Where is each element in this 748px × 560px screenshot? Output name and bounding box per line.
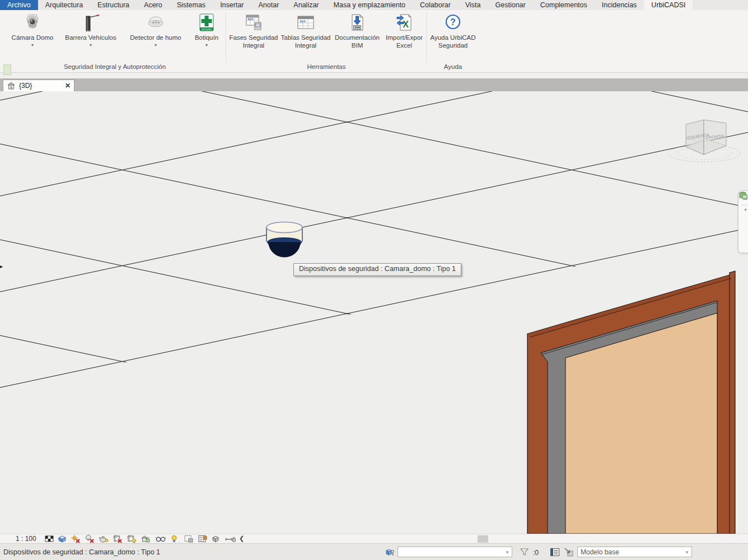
tab-estructura[interactable]: Estructura — [90, 0, 137, 10]
active-workset-input[interactable] — [401, 547, 502, 557]
view-tab-label: {3D} — [19, 82, 62, 90]
group-label-seguridad: Seguridad Integral y Autoprotección — [64, 63, 166, 70]
horizontal-scrollbar-thumb[interactable] — [478, 535, 488, 543]
sun-path-icon[interactable] — [71, 534, 81, 543]
ribbon-button-import-export-excel[interactable]: X Import/Expor Excel — [383, 12, 426, 60]
displacement-sets-icon[interactable] — [211, 534, 221, 543]
tab-acero[interactable]: Acero — [137, 0, 170, 10]
ribbon-panel: Cámara Domo ▼ Barrera Vehículos ▼ — [0, 10, 748, 63]
close-view-icon[interactable]: ✕ — [65, 82, 71, 90]
ribbon-button-label: Ayuda UrbiCAD — [431, 34, 476, 41]
visual-style-icon[interactable] — [58, 534, 68, 543]
navigation-panel[interactable]: ▼ ▼ — [738, 190, 748, 253]
model-canvas[interactable]: IZQUIERDA FRONTAL Dispositivos de seguri… — [0, 91, 748, 534]
rendering-dialog-icon[interactable] — [99, 534, 109, 543]
analytical-model-icon[interactable] — [198, 534, 208, 543]
dropdown-caret-icon[interactable]: ▼ — [128, 43, 184, 48]
tab-insertar[interactable]: Insertar — [213, 0, 251, 10]
show-crop-region-icon[interactable] — [127, 534, 137, 543]
crop-view-icon[interactable] — [113, 534, 123, 543]
design-option-pick-icon[interactable] — [564, 547, 574, 557]
door-element[interactable] — [527, 271, 735, 534]
3d-view: IZQUIERDA FRONTAL — [0, 91, 748, 534]
reveal-hidden-elements-icon[interactable] — [170, 534, 180, 543]
detail-level-icon[interactable] — [45, 534, 55, 543]
ribbon-button-botiquin[interactable]: BOTIQUÍN Botiquín ▼ — [190, 12, 223, 60]
design-option-value[interactable] — [581, 547, 681, 557]
group-label-ayuda: Ayuda — [444, 63, 462, 70]
ribbon-button-tablas-seguridad[interactable]: SyS Tablas Seguridad Integral — [280, 12, 331, 60]
svg-text:BIM: BIM — [354, 26, 361, 29]
application-window: Archivo Arquitectura Estructura Acero Si… — [0, 0, 748, 560]
tab-complementos[interactable]: Complementos — [533, 0, 595, 10]
ribbon-button-label: Cámara Domo — [12, 34, 54, 41]
ribbon-button-label2: Integral — [295, 42, 316, 49]
temporary-hide-isolate-icon[interactable] — [155, 534, 165, 543]
ribbon-button-documentacion-bim[interactable]: BIM Documentación BIM — [333, 12, 382, 60]
ribbon-group-separator — [226, 12, 227, 69]
dropdown-caret-icon[interactable]: ▼ — [190, 43, 223, 48]
svg-text:BOTIQUÍN: BOTIQUÍN — [202, 29, 212, 31]
bim-document-icon: BIM — [348, 13, 367, 32]
ribbon-button-label: Botiquín — [195, 34, 218, 41]
ribbon-button-label2: Seguridad — [438, 42, 468, 49]
ribbon-button-label: Fases Seguridad — [230, 34, 278, 41]
svg-text:X: X — [403, 20, 409, 29]
svg-text:SyS: SyS — [300, 19, 306, 24]
svg-text:?: ? — [450, 17, 456, 27]
ribbon-button-label: Detector de humo — [130, 34, 181, 41]
ribbon-button-label: Barrera Vehículos — [65, 34, 116, 41]
tab-analizar[interactable]: Analizar — [286, 0, 326, 10]
reveal-constraints-icon[interactable] — [225, 534, 235, 543]
chevron-down-icon[interactable]: ▼ — [744, 208, 747, 212]
ribbon-button-label2: BIM — [352, 42, 363, 49]
worksets-icon[interactable] — [385, 547, 395, 557]
dome-camera-icon — [22, 13, 43, 32]
editable-only-icon[interactable] — [550, 547, 560, 557]
tab-gestionar[interactable]: Gestionar — [488, 0, 533, 10]
shadows-icon[interactable] — [85, 534, 95, 543]
tab-sistemas[interactable]: Sistemas — [170, 0, 213, 10]
ribbon-button-label: Import/Expor — [386, 34, 423, 41]
ribbon-group-label-row: Seguridad Integral y Autoprotección Herr… — [0, 63, 748, 73]
sys-phases-icon: SyS — [244, 13, 264, 32]
filter-icon[interactable] — [520, 547, 530, 557]
ribbon-button-detector-de-humo[interactable]: Detector de humo ▼ — [128, 12, 184, 60]
svg-text:SyS: SyS — [247, 17, 254, 21]
tab-vista[interactable]: Vista — [458, 0, 488, 10]
dome-camera-element[interactable] — [267, 222, 302, 258]
tab-anotar[interactable]: Anotar — [251, 0, 287, 10]
viewcube[interactable]: IZQUIERDA FRONTAL — [668, 120, 740, 162]
status-message: Dispositivos de seguridad : Camara_domo … — [3, 548, 160, 556]
ribbon-button-label: Documentación — [335, 34, 380, 41]
element-tooltip: Dispositivos de seguridad : Camara_domo … — [293, 263, 461, 276]
view-tab-3d[interactable]: {3D} ✕ — [3, 80, 74, 91]
pan-tool-icon[interactable] — [738, 191, 748, 200]
design-option-combobox[interactable]: ▼ — [577, 547, 692, 557]
tab-masa-y-emplazamiento[interactable]: Masa y emplazamiento — [326, 0, 413, 10]
ribbon-button-camara-domo[interactable]: Cámara Domo ▼ — [8, 12, 57, 60]
tab-arquitectura[interactable]: Arquitectura — [38, 0, 90, 10]
section-edge-mark: ▸ — [0, 264, 3, 269]
collapse-chevron-icon[interactable]: ❮ — [239, 535, 244, 542]
ribbon-button-label2: Integral — [243, 42, 264, 49]
temporary-view-properties-icon[interactable] — [184, 534, 194, 543]
tab-incidencias[interactable]: Incidencias — [595, 0, 644, 10]
ribbon-button-ayuda-urbicad[interactable]: ? Ayuda UrbiCAD Seguridad — [429, 12, 477, 60]
home-3d-icon — [7, 82, 16, 90]
tab-colaborar[interactable]: Colaborar — [413, 0, 458, 10]
locked-3d-view-icon[interactable] — [141, 534, 151, 543]
vehicle-barrier-icon — [81, 13, 101, 32]
chevron-down-icon: ▼ — [505, 550, 509, 555]
dropdown-caret-icon[interactable]: ▼ — [8, 43, 57, 48]
ribbon-button-label: Tablas Seguridad — [281, 34, 331, 41]
dropdown-caret-icon[interactable]: ▼ — [63, 43, 119, 48]
ribbon-group-separator — [427, 12, 428, 69]
ribbon-button-fases-seguridad[interactable]: SyS Fases Seguridad Integral — [228, 12, 279, 60]
tab-archivo[interactable]: Archivo — [0, 0, 38, 10]
ribbon-button-barrera-vehiculos[interactable]: Barrera Vehículos ▼ — [63, 12, 119, 60]
group-label-herramientas: Herramientas — [307, 63, 345, 70]
scale-control[interactable]: 1 : 100 — [16, 535, 36, 543]
active-workset-combobox[interactable]: ▼ — [398, 547, 512, 557]
tab-urbicadsi[interactable]: UrbiCADSI — [644, 0, 693, 10]
